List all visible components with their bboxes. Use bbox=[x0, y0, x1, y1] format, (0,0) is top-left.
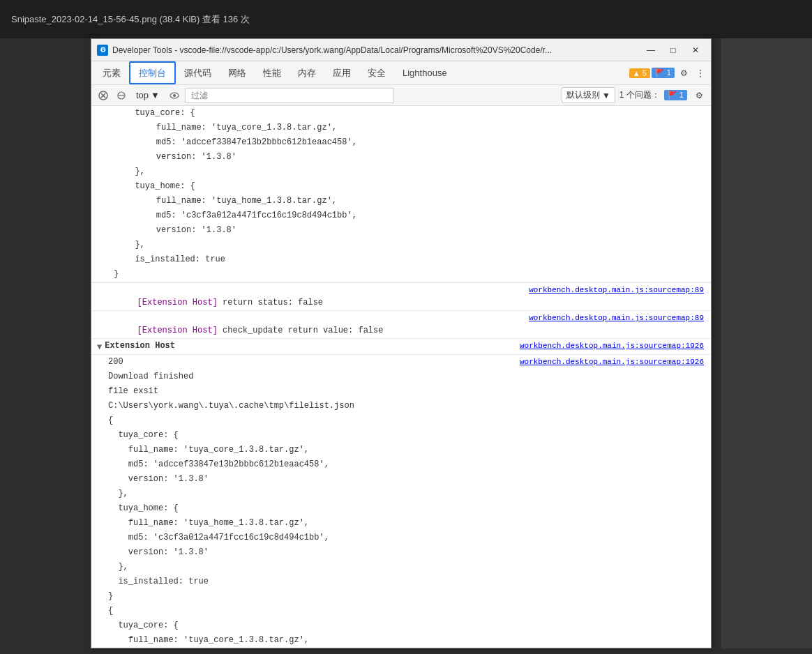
group-header: ▼ Extension Host workbench.desktop.main.… bbox=[91, 338, 711, 355]
upper-code-block: tuya_core: { full_name: 'tuya_core_1.3.8… bbox=[91, 106, 711, 282]
code-line: md5: 'c3cf3a012a4471fcc16c19c8d494c1bb', bbox=[103, 531, 711, 545]
code-line: tuya_core: { bbox=[103, 618, 711, 633]
issue-badge: 🚩 1 bbox=[652, 68, 675, 78]
devtools-window: ⚙ Developer Tools - vscode-file://vscode… bbox=[91, 38, 712, 648]
code-line: } bbox=[103, 589, 711, 604]
extension-host-label-2: [Extension Host] bbox=[137, 326, 218, 335]
log-level-dropdown[interactable]: 默认级别 ▼ bbox=[562, 87, 615, 103]
side-panel bbox=[721, 38, 812, 648]
menu-bar: 元素 控制台 源代码 网络 性能 内存 应用 安全 Lighthouse ▲ 5… bbox=[91, 61, 711, 85]
code-line: }, bbox=[103, 165, 711, 179]
group-200-line: 200 workbench.desktop.main.js:sourcemap:… bbox=[103, 355, 711, 370]
tab-elements[interactable]: 元素 bbox=[94, 61, 129, 84]
maximize-button[interactable]: □ bbox=[663, 43, 683, 57]
code-line: }, bbox=[103, 238, 711, 252]
top-bar: Snipaste_2023-02-14_15-56-45.png (38.4 K… bbox=[0, 0, 812, 38]
minimize-button[interactable]: — bbox=[641, 43, 661, 57]
group-content: 200 workbench.desktop.main.js:sourcemap:… bbox=[91, 355, 711, 648]
code-line: { bbox=[103, 604, 711, 618]
code-line: is_installed: true bbox=[103, 575, 711, 589]
code-line: md5: 'adccef33847e13b2bbbc612b1eaac458', bbox=[103, 457, 711, 472]
code-line: version: '1.3.8' bbox=[103, 545, 711, 560]
code-line: }, bbox=[103, 560, 711, 575]
log-text-2: [Extension Host] check_update return val… bbox=[97, 312, 529, 337]
tab-console[interactable]: 控制台 bbox=[129, 61, 176, 84]
code-line: md5: 'c3cf3a012a4471fcc16c19c8d494c1bb', bbox=[103, 208, 711, 223]
tab-application[interactable]: 应用 bbox=[324, 61, 359, 84]
tab-memory[interactable]: 内存 bbox=[290, 61, 324, 84]
close-button[interactable]: ✕ bbox=[686, 43, 705, 57]
code-line: version: '1.3.8' bbox=[103, 150, 711, 165]
code-line: } bbox=[103, 267, 711, 282]
filter-input[interactable] bbox=[185, 88, 394, 103]
issue-count-label: 1 个问题： bbox=[619, 89, 660, 101]
code-line: full_name: 'tuya_core_1.3.8.tar.gz', bbox=[103, 443, 711, 457]
group-header-label: Extension Host bbox=[105, 340, 520, 352]
group-header-link[interactable]: workbench.desktop.main.js:sourcemap:1926 bbox=[520, 340, 711, 352]
code-line: Download finished bbox=[103, 370, 711, 384]
dropdown-arrow: ▼ bbox=[151, 90, 160, 100]
log-entry-1: [Extension Host] return status: false wo… bbox=[91, 282, 711, 310]
console-settings-button[interactable]: ⚙ bbox=[691, 88, 707, 103]
tab-lighthouse[interactable]: Lighthouse bbox=[394, 61, 456, 84]
title-bar: ⚙ Developer Tools - vscode-file://vscode… bbox=[91, 39, 711, 61]
tab-network[interactable]: 网络 bbox=[220, 61, 255, 84]
context-dropdown[interactable]: top ▼ bbox=[132, 89, 164, 102]
code-line: tuya_core: { bbox=[103, 428, 711, 443]
extension-host-label: [Extension Host] bbox=[137, 298, 218, 307]
code-line: tuya_home: { bbox=[103, 179, 711, 194]
settings-icon[interactable]: ⚙ bbox=[676, 66, 691, 81]
toolbar-row: top ▼ 默认级别 ▼ 1 个问题： 🚩 1 ⚙ bbox=[91, 85, 711, 106]
log-link-2[interactable]: workbench.desktop.main.js:sourcemap:89 bbox=[529, 312, 711, 324]
log-entry-2: [Extension Host] check_update return val… bbox=[91, 310, 711, 338]
clear-icon bbox=[98, 91, 108, 100]
code-line: { bbox=[103, 413, 711, 428]
level-arrow: ▼ bbox=[602, 91, 610, 100]
more-icon[interactable]: ⋮ bbox=[693, 66, 708, 81]
clear-console-button[interactable] bbox=[96, 88, 111, 103]
stop-recording-button[interactable] bbox=[114, 88, 129, 103]
code-line: file exsit bbox=[103, 384, 711, 399]
code-line: tuya_home: { bbox=[103, 501, 711, 516]
group-triangle[interactable]: ▼ bbox=[97, 340, 102, 353]
menu-right: ▲ 5 🚩 1 ⚙ ⋮ bbox=[629, 61, 708, 84]
level-label: 默认级别 bbox=[566, 89, 600, 101]
code-line: full_name: 'tuya_core_1.3.8.tar.gz', bbox=[103, 633, 711, 648]
svg-point-6 bbox=[173, 94, 176, 97]
title-bar-text: Developer Tools - vscode-file://vscode-a… bbox=[112, 45, 641, 55]
issue-count-badge: 🚩 1 bbox=[664, 90, 687, 100]
code-line: C:\Users\york.wang\.tuya\.cache\tmp\file… bbox=[103, 399, 711, 413]
code-line: md5: 'adccef33847e13b2bbbc612b1eaac458', bbox=[103, 135, 711, 150]
tab-sources[interactable]: 源代码 bbox=[176, 61, 220, 84]
record-icon bbox=[116, 91, 126, 100]
eye-icon bbox=[170, 91, 179, 100]
group-200-link[interactable]: workbench.desktop.main.js:sourcemap:1926 bbox=[520, 356, 711, 368]
tab-performance[interactable]: 性能 bbox=[255, 61, 290, 84]
eye-button[interactable] bbox=[167, 88, 182, 103]
code-line: }, bbox=[103, 487, 711, 501]
top-label: top bbox=[136, 90, 149, 100]
tab-security[interactable]: 安全 bbox=[359, 61, 394, 84]
title-bar-controls: — □ ✕ bbox=[641, 43, 705, 57]
code-line: version: '1.3.8' bbox=[103, 223, 711, 238]
code-line: is_installed: true bbox=[103, 252, 711, 267]
code-line: tuya_core: { bbox=[103, 106, 711, 121]
toolbar-right: 默认级别 ▼ 1 个问题： 🚩 1 ⚙ bbox=[562, 87, 707, 103]
top-bar-filename: Snipaste_2023-02-14_15-56-45.png (38.4 K… bbox=[11, 13, 250, 26]
code-line: full_name: 'tuya_home_1.3.8.tar.gz', bbox=[103, 516, 711, 531]
warning-badge: ▲ 5 bbox=[629, 68, 650, 78]
code-line: version: '1.3.8' bbox=[103, 472, 711, 487]
devtools-icon: ⚙ bbox=[97, 45, 108, 56]
console-content[interactable]: tuya_core: { full_name: 'tuya_core_1.3.8… bbox=[91, 106, 711, 648]
group-200-text: 200 bbox=[108, 356, 520, 368]
code-line: full_name: 'tuya_core_1.3.8.tar.gz', bbox=[103, 121, 711, 135]
log-text-1: [Extension Host] return status: false bbox=[97, 284, 529, 309]
code-line: full_name: 'tuya_home_1.3.8.tar.gz', bbox=[103, 194, 711, 208]
log-link-1[interactable]: workbench.desktop.main.js:sourcemap:89 bbox=[529, 284, 711, 296]
